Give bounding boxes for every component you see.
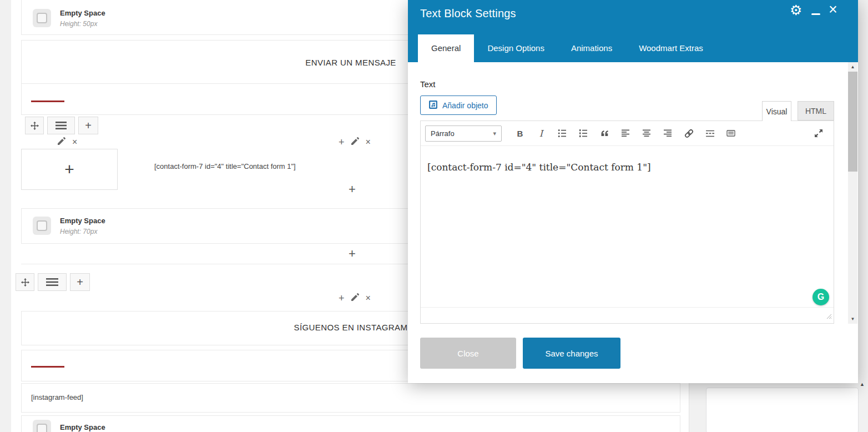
image-placeholder-icon [33,420,51,432]
plus-icon[interactable]: + [339,293,345,303]
text-block-element-instagram[interactable]: [instagram-feed] [21,383,680,413]
bold-button[interactable]: B [511,125,529,141]
field-label-text: Text [420,79,436,89]
numbered-list-button[interactable] [574,125,593,141]
add-media-label: Añadir objeto [442,101,488,110]
pencil-icon[interactable] [351,293,359,303]
editor-content-area[interactable]: [contact-form-7 id="4" title="Contact fo… [421,147,834,308]
read-more-tag-button[interactable] [700,125,719,141]
close-button[interactable]: Close [420,338,516,369]
delete-icon[interactable]: × [366,138,371,147]
row-layout-icon [46,278,58,286]
empty-space-element-bottom[interactable]: Empty Space [21,415,680,432]
add-element-button[interactable]: + [349,248,356,260]
save-changes-button[interactable]: Save changes [523,338,620,369]
move-icon [31,122,39,130]
align-center-button[interactable] [637,125,656,141]
bullet-list-button[interactable] [553,125,572,141]
element-subtitle: Height: 70px [60,228,97,235]
align-right-button[interactable] [658,125,677,141]
link-button[interactable] [679,125,698,141]
row-drag-handle[interactable] [16,273,34,291]
editor-toolbar: Párrafo ▾ B I [421,121,834,146]
tab-design-options[interactable]: Design Options [474,34,558,62]
modal-header: Text Block Settings ⚙ × [408,0,858,31]
pencil-icon[interactable] [58,137,65,147]
delete-icon[interactable]: × [72,138,77,147]
empty-column-add-box[interactable]: + [21,149,118,190]
modal-tab-bar: General Design Options Animations Woodma… [408,31,858,62]
scrollbar-thumb[interactable] [848,72,857,172]
media-icon [428,100,438,111]
resize-grip-icon[interactable] [825,312,832,322]
scroll-up-arrow[interactable]: ▲ [848,62,857,72]
text-block-settings-modal: Text Block Settings ⚙ × General Design O… [408,0,858,383]
tab-woodmart-extras[interactable]: Woodmart Extras [625,34,716,62]
align-left-button[interactable] [616,125,635,141]
grammarly-icon[interactable]: G [813,289,829,305]
editor-status-bar [421,307,834,323]
page-scroll-up-arrow[interactable]: ▲ [860,381,865,387]
pencil-icon[interactable] [351,137,359,147]
italic-button[interactable]: I [532,125,551,141]
column-controls-right: + × [339,137,371,147]
plus-icon: + [64,161,74,178]
image-placeholder-icon [33,217,51,235]
element-title: Empty Space [60,423,105,431]
editor-mode-visual-tab[interactable]: Visual [762,101,791,121]
element-title: Empty Space [60,9,105,17]
editor-mode-html-tab[interactable]: HTML [798,101,834,120]
toolbar-toggle-button[interactable] [721,125,740,141]
row-add-element-button[interactable]: + [70,273,90,291]
image-placeholder-icon [33,9,51,27]
paragraph-format-select[interactable]: Párrafo ▾ [425,125,502,142]
close-icon[interactable]: × [829,1,837,18]
page: Empty Space Height: 50px ENVIAR UN MENSA… [0,0,868,432]
row-layout-button[interactable] [38,273,67,291]
fullscreen-button[interactable] [809,125,828,141]
row-drag-handle[interactable] [25,117,44,134]
text-block-element-contact-form[interactable]: [contact-form-7 id="4" title="Contact fo… [154,162,296,170]
shortcode-text: [instagram-feed] [31,393,83,401]
column-controls: + × [339,293,371,303]
tab-general[interactable]: General [418,34,474,62]
minimize-icon[interactable] [811,13,820,15]
paragraph-format-value: Párrafo [431,129,455,138]
chevron-down-icon: ▾ [493,130,496,137]
modal-scrollbar: ▲ ▼ [848,62,857,324]
separator-line [31,366,64,368]
element-title: Empty Space [60,217,105,225]
move-icon [21,278,29,287]
element-subtitle: Height: 50px [60,20,97,28]
add-media-button[interactable]: Añadir objeto [420,96,497,115]
tab-animations[interactable]: Animations [558,34,625,62]
column-controls-left: × [58,137,77,147]
blockquote-button[interactable] [595,125,614,141]
row-add-element-button[interactable]: + [78,117,98,134]
plus-icon: + [85,120,92,131]
plus-icon[interactable]: + [339,137,345,147]
row-layout-button[interactable] [47,117,75,134]
separator-line [31,101,64,102]
add-element-button[interactable]: + [349,183,356,195]
scroll-down-arrow[interactable]: ▼ [848,314,857,324]
plus-icon: + [77,277,83,288]
background-panel [706,388,859,432]
modal-title: Text Block Settings [420,7,516,20]
text-editor: Párrafo ▾ B I [contact-form-7 id="4" tit… [420,120,834,324]
delete-icon[interactable]: × [366,294,371,303]
gear-icon[interactable]: ⚙ [790,2,802,18]
row-layout-icon [55,122,67,129]
